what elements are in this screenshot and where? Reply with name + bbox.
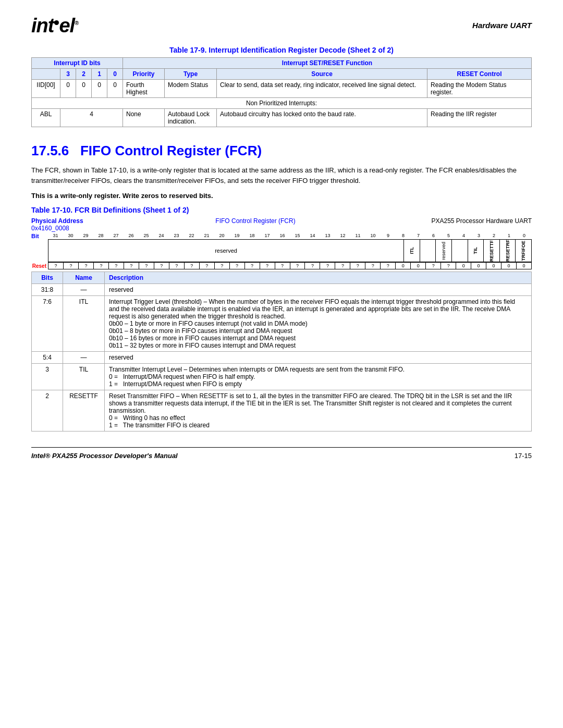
- bit-30: 30: [63, 233, 78, 239]
- reg-label-spacer: [31, 239, 48, 262]
- bit-17: 17: [260, 233, 275, 239]
- bit-numbers-row: Bit 31 30 29 28 27 26 25 24 23 22 21 20 …: [31, 233, 532, 239]
- name-54: —: [63, 352, 105, 364]
- itl-high-cell: ITL: [404, 240, 420, 262]
- reset-19: ?: [230, 262, 245, 269]
- bits-header: Bits: [32, 272, 63, 284]
- bits-3: 3: [32, 364, 63, 390]
- bit-25: 25: [139, 233, 154, 239]
- bit-4: 4: [456, 233, 471, 239]
- reset-1: 0: [501, 262, 517, 269]
- reset-28: ?: [94, 262, 109, 269]
- bit-label: Bit: [31, 233, 48, 239]
- reset-2: 0: [486, 262, 501, 269]
- reset-22: ?: [185, 262, 200, 269]
- name-til: TIL: [63, 364, 105, 390]
- iid00-cell: IID[00]: [32, 80, 60, 98]
- trfifoe-cell: TRFIFOE: [516, 240, 531, 262]
- col-2: 2: [76, 69, 92, 80]
- reset-27: ?: [109, 262, 124, 269]
- section-heading: 17.5.6 FIFO Control Register (FCR): [31, 143, 532, 159]
- bit-5: 5: [441, 233, 456, 239]
- bit-13: 13: [320, 233, 335, 239]
- bit-18: 18: [244, 233, 260, 239]
- col-type: Type: [165, 69, 217, 80]
- bit-29: 29: [78, 233, 93, 239]
- physical-address-block: Physical Address 0x4160_0008: [31, 217, 115, 232]
- reset-10: ?: [365, 262, 381, 269]
- bit-19: 19: [229, 233, 244, 239]
- bit-2: 2: [486, 233, 501, 239]
- bit-20: 20: [214, 233, 229, 239]
- fcr-header: Physical Address 0x4160_0008 FIFO Contro…: [31, 217, 532, 232]
- bit-16: 16: [275, 233, 290, 239]
- col-0: 0: [107, 69, 123, 80]
- bits-76: 7:6: [32, 296, 63, 352]
- col-blank: [32, 69, 60, 80]
- abl-b3: 4: [60, 109, 123, 127]
- non-prioritized-label: Non Prioritized Interrupts:: [32, 98, 532, 109]
- resettf-label: RESETTF: [489, 240, 494, 262]
- abl-priority: None: [123, 109, 165, 127]
- reset-4: 0: [456, 262, 471, 269]
- table-row: 5:4 — reserved: [32, 352, 532, 364]
- b3-cell: 0: [60, 80, 76, 98]
- til-label: TIL: [473, 247, 478, 254]
- resetrf-cell: RESETRF: [500, 240, 516, 262]
- interrupt-id-header: Interrupt ID bits: [32, 58, 123, 69]
- bit-31: 31: [48, 233, 63, 239]
- bit-6: 6: [426, 233, 441, 239]
- bits-2: 2: [32, 390, 63, 431]
- table-row: 2 RESETTF Reset Transmitter FIFO – When …: [32, 390, 532, 431]
- name-resettf: RESETTF: [63, 390, 105, 431]
- name-itl: ITL: [63, 296, 105, 352]
- bit-28: 28: [93, 233, 108, 239]
- abl-reset: Reading the IIR register: [427, 109, 532, 127]
- desc-resettf: Reset Transmitter FIFO – When RESETTF is…: [105, 390, 532, 431]
- col-source: Source: [217, 69, 427, 80]
- bit-3: 3: [471, 233, 486, 239]
- reset-11: ?: [350, 262, 365, 269]
- reserved2-label: reserved: [441, 242, 446, 260]
- col-reset: RESET Control: [427, 69, 532, 80]
- hardware-uart-label: Hardware UART: [472, 21, 532, 30]
- bit-21: 21: [199, 233, 214, 239]
- table-row: 31:8 — reserved: [32, 284, 532, 296]
- reset-5: ?: [441, 262, 456, 269]
- register-visual-row: reserved ITL reserved TIL RESETTF RESETR…: [31, 239, 532, 262]
- bit-10: 10: [365, 233, 381, 239]
- abl-type: Autobaud Lock indication.: [165, 109, 217, 127]
- b0-cell: 0: [107, 80, 123, 98]
- reset-31: ?: [48, 262, 64, 269]
- footer-left: Intel® PXA255 Processor Developer's Manu…: [31, 452, 178, 460]
- abl-row: ABL 4 None Autobaud Lock indication. Aut…: [32, 109, 532, 127]
- interrupt-table: Interrupt ID bits Interrupt SET/RESET Fu…: [31, 57, 532, 127]
- name-318: —: [63, 284, 105, 296]
- til-cell: TIL: [468, 240, 484, 262]
- reserved-cell: reserved: [48, 240, 404, 262]
- intel-logo: intel®: [31, 16, 78, 35]
- name-header: Name: [63, 272, 105, 284]
- type-cell: Modem Status: [165, 80, 217, 98]
- page-footer: Intel® PXA255 Processor Developer's Manu…: [31, 447, 532, 460]
- table-row: IID[00] 0 0 0 0 Fourth Highest Modem Sta…: [32, 80, 532, 98]
- reset-26: ?: [124, 262, 139, 269]
- reset-3: 0: [471, 262, 486, 269]
- reset-row: Reset ? ? ? ? ? ? ? ? ? ? ? ? ? ? ? ? ? …: [31, 262, 532, 269]
- bit-1: 1: [501, 233, 517, 239]
- reset-6: ?: [426, 262, 441, 269]
- reset-cells: ? ? ? ? ? ? ? ? ? ? ? ? ? ? ? ? ? ? ? ? …: [48, 262, 532, 269]
- reset-23: ?: [169, 262, 185, 269]
- desc-318: reserved: [105, 284, 532, 296]
- section-number: 17.5.6: [31, 143, 69, 158]
- reset-15: ?: [290, 262, 305, 269]
- bit-7: 7: [411, 233, 426, 239]
- desc-54: reserved: [105, 352, 532, 364]
- desc-itl: Interrupt Trigger Level (threshold) – Wh…: [105, 296, 532, 352]
- reset-7: 0: [411, 262, 426, 269]
- bit-nums-container: 31 30 29 28 27 26 25 24 23 22 21 20 19 1…: [48, 233, 532, 239]
- reset-0: 0: [517, 262, 532, 269]
- bits-318: 31:8: [32, 284, 63, 296]
- desc-til: Transmitter Interrupt Level – Determines…: [105, 364, 532, 390]
- reset-25: ?: [139, 262, 154, 269]
